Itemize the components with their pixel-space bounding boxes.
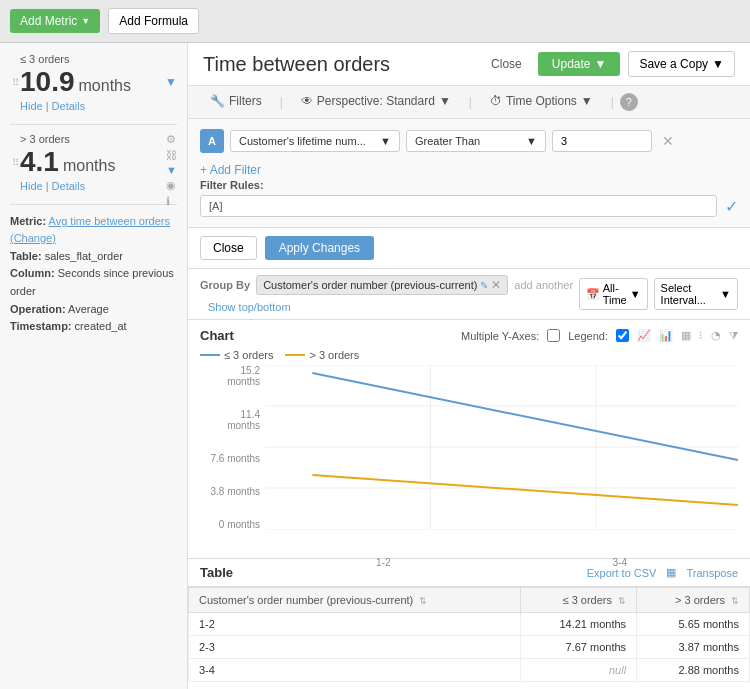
y-axis-labels: 15.2 months 11.4 months 7.6 months 3.8 m… [205, 365, 260, 530]
eye-icon-2[interactable]: ◉ [166, 179, 177, 192]
add-formula-button[interactable]: Add Formula [108, 8, 199, 34]
update-button[interactable]: Update ▼ [538, 52, 621, 76]
remove-tag-icon[interactable]: ✕ [491, 278, 501, 292]
content-panel: Time between orders Close Update ▼ Save … [188, 43, 750, 689]
metric-info-table-value: sales_flat_order [45, 250, 123, 262]
filter-icon-1[interactable]: ▼ [165, 75, 177, 89]
table-row: 1-2 14.21 months 5.65 months [189, 613, 750, 636]
table-row: 2-3 7.67 months 3.87 months [189, 636, 750, 659]
table-title: Table [200, 565, 233, 580]
row-0-col2: 5.65 months [637, 613, 750, 636]
filter-value-input[interactable] [552, 130, 652, 152]
filter-operator-select[interactable]: Greater Than ▼ [406, 130, 546, 152]
chart-label: Chart [200, 328, 234, 343]
show-top-bottom[interactable]: Show top/bottom [208, 301, 291, 313]
filter-tab-icon: 🔧 [210, 94, 225, 108]
chart-section: Chart Multiple Y-Axes: Legend: 📈 📊 ▦ ⁝ ◔… [188, 320, 750, 559]
separator-2 [10, 204, 177, 205]
table-header: Customer's order number (previous-curren… [189, 588, 750, 613]
add-metric-button[interactable]: Add Metric ▼ [10, 9, 100, 33]
close-button[interactable]: Close [483, 52, 530, 76]
filter-dimension-select[interactable]: Customer's lifetime num... ▼ [230, 130, 400, 152]
col-header-0[interactable]: Customer's order number (previous-curren… [189, 588, 521, 613]
legend-line-2 [285, 354, 305, 356]
metric-1-unit: months [79, 77, 131, 95]
filter-panel: A Customer's lifetime num... ▼ Greater T… [188, 119, 750, 228]
col-header-2[interactable]: > 3 orders ⇅ [637, 588, 750, 613]
filter-rules-label: Filter Rules: [200, 179, 738, 191]
apply-changes-button[interactable]: Apply Changes [265, 236, 374, 260]
tab-perspective[interactable]: 👁 Perspective: Standard ▼ [289, 86, 463, 118]
drag-handle-2[interactable]: ⠿ [12, 157, 19, 168]
chart-header: Chart Multiple Y-Axes: Legend: 📈 📊 ▦ ⁝ ◔… [200, 328, 738, 343]
metric-2-links: Hide | Details [20, 180, 177, 192]
main-layout: ⠿ ≤ 3 orders 10.9 months Hide | Details … [0, 43, 750, 689]
line-chart-icon[interactable]: 📈 [637, 329, 651, 342]
drag-handle-1[interactable]: ⠿ [12, 77, 19, 88]
row-2-key: 3-4 [189, 659, 521, 682]
interval-select[interactable]: Select Interval... ▼ [654, 278, 738, 310]
filter-rule-input[interactable]: [A] [200, 195, 717, 217]
all-time-select[interactable]: 📅 All-Time ▼ [579, 278, 648, 310]
funnel-chart-icon[interactable]: ⧩ [729, 329, 738, 342]
save-copy-button[interactable]: Save a Copy ▼ [628, 51, 735, 77]
edit-icon: ✎ [480, 280, 488, 291]
chevron-down-icon-time: ▼ [581, 94, 593, 108]
link-icon-2[interactable]: ⛓ [166, 149, 177, 161]
chevron-down-icon: ▼ [81, 16, 90, 26]
pie-chart-icon[interactable]: ◔ [711, 329, 721, 342]
legend-line-1 [200, 354, 220, 356]
metric-info-metric-label: Metric: [10, 215, 46, 227]
metric-info-change-link[interactable]: (Change) [10, 232, 56, 244]
metric-2-unit: months [63, 157, 115, 175]
tab-time-options[interactable]: ⏱ Time Options ▼ [478, 86, 605, 118]
metric-1-details-link[interactable]: Details [52, 100, 86, 112]
filter-remove-icon[interactable]: ✕ [662, 133, 674, 149]
chevron-down-icon-update: ▼ [595, 57, 607, 71]
metric-info-metric-link[interactable]: Avg time between orders [49, 215, 170, 227]
scatter-chart-icon[interactable]: ⁝ [699, 329, 703, 342]
tab-filters[interactable]: 🔧 Filters [198, 86, 274, 118]
row-0-col1: 14.21 months [520, 613, 637, 636]
area-chart-icon[interactable]: ▦ [681, 329, 691, 342]
metric-card-2: ⠿ > 3 orders 4.1 months Hide | Details ⚙… [10, 133, 177, 192]
legend-item-2: > 3 orders [285, 349, 359, 361]
settings-icon-2[interactable]: ⚙ [166, 133, 177, 146]
data-table: Customer's order number (previous-curren… [188, 587, 750, 682]
multiple-y-axes-label: Multiple Y-Axes: [461, 330, 539, 342]
export-csv-button[interactable]: Export to CSV [587, 567, 657, 579]
close-filter-button[interactable]: Close [200, 236, 257, 260]
metric-2-hide-link[interactable]: Hide [20, 180, 43, 192]
bar-chart-icon[interactable]: 📊 [659, 329, 673, 342]
tabs-bar: 🔧 Filters | 👁 Perspective: Standard ▼ | … [188, 86, 750, 119]
multiple-y-axes-checkbox[interactable] [547, 329, 560, 342]
chevron-down-icon-time-select: ▼ [630, 288, 641, 300]
metric-1-links: Hide | Details [20, 100, 177, 112]
metric-info-timestamp-value: created_at [75, 320, 127, 332]
add-another[interactable]: add another [514, 279, 573, 291]
filter-rule-check-icon[interactable]: ✓ [725, 197, 738, 216]
chart-area: 15.2 months 11.4 months 7.6 months 3.8 m… [265, 365, 738, 550]
filter-rules-row: [A] ✓ [200, 195, 738, 217]
filter-icon-2[interactable]: ▼ [166, 164, 177, 176]
group-by-tag[interactable]: Customer's order number (previous-curren… [256, 275, 508, 295]
help-button[interactable]: ? [620, 93, 638, 111]
calendar-icon: 📅 [586, 288, 600, 301]
add-filter-button[interactable]: + Add Filter [200, 161, 261, 179]
info-icon-2[interactable]: ℹ [166, 195, 177, 208]
table-section: Table Export to CSV ▦ Transpose Customer… [188, 559, 750, 689]
row-0-key: 1-2 [189, 613, 521, 636]
metric-card-1: ⠿ ≤ 3 orders 10.9 months Hide | Details … [10, 53, 177, 112]
chevron-down-icon-perspective: ▼ [439, 94, 451, 108]
group-by-right: 📅 All-Time ▼ Select Interval... ▼ [579, 278, 738, 310]
metric-1: ≤ 3 orders 10.9 months Hide | Details [20, 53, 177, 112]
metric-2-details-link[interactable]: Details [52, 180, 86, 192]
metric-info-timestamp-label: Timestamp: [10, 320, 72, 332]
metric-info: Metric: Avg time between orders (Change)… [10, 213, 177, 336]
metric-1-value: 10.9 [20, 67, 75, 98]
col-header-1[interactable]: ≤ 3 orders ⇅ [520, 588, 637, 613]
metric-1-hide-link[interactable]: Hide [20, 100, 43, 112]
legend-checkbox[interactable] [616, 329, 629, 342]
transpose-button[interactable]: Transpose [686, 567, 738, 579]
header-actions: Close Update ▼ Save a Copy ▼ [483, 51, 735, 77]
